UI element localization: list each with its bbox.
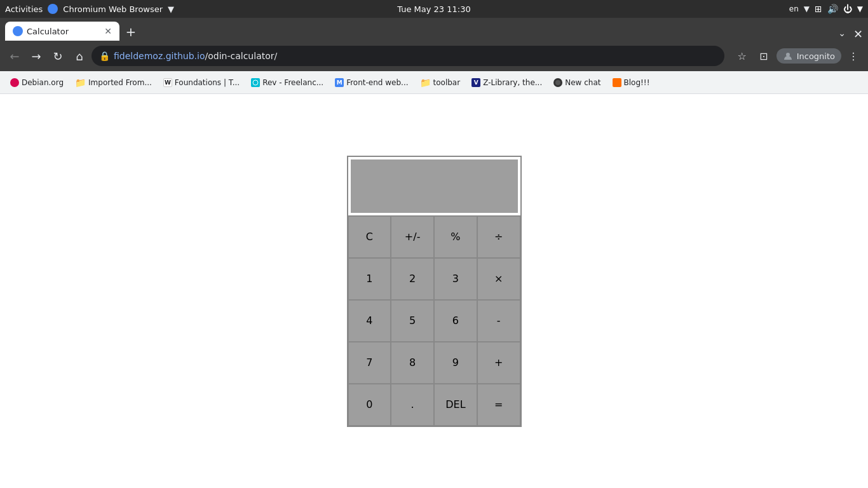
chromium-icon (48, 4, 58, 14)
window-close-button[interactable]: ✕ (853, 27, 863, 41)
calc-btn-four[interactable]: 4 (348, 300, 391, 342)
calc-btn-multiply[interactable]: × (477, 258, 520, 300)
bookmark-rev[interactable]: Rev - Freelanc... (246, 76, 329, 90)
rev-favicon (251, 78, 260, 87)
reload-button[interactable]: ↻ (48, 46, 67, 65)
address-actions: ☆ ⊡ (732, 46, 774, 66)
home-button[interactable]: ⌂ (70, 46, 89, 65)
active-tab[interactable]: Calculator ✕ (5, 22, 119, 41)
bookmark-frontend[interactable]: M Front-end web... (330, 76, 413, 90)
calc-btn-six[interactable]: 6 (434, 300, 477, 342)
activities-label[interactable]: Activities (5, 4, 43, 14)
calc-btn-three[interactable]: 3 (434, 258, 477, 300)
calc-btn-delete[interactable]: DEL (434, 384, 477, 426)
bookmark-zlibrary-label: Z-Library, the... (483, 78, 542, 87)
bookmark-imported[interactable]: 📁 Imported From... (70, 75, 157, 90)
browser-menu-button[interactable]: ⋮ (844, 46, 863, 65)
bookmark-newchat[interactable]: New chat (548, 76, 606, 90)
bookmarks-bar: Debian.org 📁 Imported From... W Foundati… (0, 71, 868, 94)
zlibrary-favicon: V (471, 78, 480, 87)
debian-favicon (10, 78, 19, 87)
system-bar-center: Tue May 23 11:30 (397, 4, 470, 14)
calc-btn-percent[interactable]: % (434, 216, 477, 258)
bookmark-toolbar[interactable]: 📁 toolbar (415, 75, 466, 90)
system-dropdown-icon[interactable]: ▼ (857, 4, 863, 13)
back-button[interactable]: ← (5, 46, 24, 65)
calc-btn-five[interactable]: 5 (391, 300, 434, 342)
address-text: fideldemoz.github.io/odin-calculator/ (114, 51, 277, 61)
calculator: C+/-%÷123×456-789+0.DEL= (347, 156, 522, 427)
datetime-label: Tue May 23 11:30 (397, 4, 470, 14)
sound-icon[interactable]: 🔊 (827, 4, 838, 14)
bookmark-blog[interactable]: Blog!!! (607, 76, 655, 90)
bookmark-foundations[interactable]: W Foundations | T... (158, 76, 245, 90)
bookmark-newchat-label: New chat (565, 78, 600, 87)
system-bar-left: Activities Chromium Web Browser ▼ (5, 4, 174, 14)
calc-btn-equals[interactable]: = (477, 384, 520, 426)
network-icon[interactable]: ⊞ (815, 4, 822, 14)
browser-dropdown-icon[interactable]: ▼ (168, 4, 174, 14)
tab-strip-expand[interactable]: ⌄ (833, 25, 851, 41)
tab-close-button[interactable]: ✕ (104, 27, 112, 36)
bookmark-rev-label: Rev - Freelanc... (262, 78, 323, 87)
calc-btn-subtract[interactable]: - (477, 300, 520, 342)
calculator-display (351, 159, 518, 213)
browser-name-label[interactable]: Chromium Web Browser (63, 4, 163, 14)
calc-btn-zero[interactable]: 0 (348, 384, 391, 426)
newchat-favicon (553, 78, 562, 87)
lock-icon: 🔒 (99, 51, 110, 61)
calc-btn-seven[interactable]: 7 (348, 342, 391, 384)
address-field[interactable]: 🔒 fideldemoz.github.io/odin-calculator/ (92, 46, 724, 66)
svg-point-2 (253, 80, 258, 85)
reader-mode-button[interactable]: ⊡ (754, 46, 774, 66)
tab-favicon (13, 26, 23, 36)
foundations-favicon: W (163, 78, 172, 87)
bookmark-blog-label: Blog!!! (624, 78, 650, 87)
tab-title: Calculator (27, 27, 69, 36)
calc-btn-eight[interactable]: 8 (391, 342, 434, 384)
page-content: C+/-%÷123×456-789+0.DEL= (0, 94, 868, 488)
power-icon[interactable]: ⏻ (843, 4, 852, 14)
incognito-icon (783, 51, 793, 61)
tab-bar: Calculator ✕ + ⌄ ✕ (0, 18, 868, 41)
bookmark-zlibrary[interactable]: V Z-Library, the... (466, 76, 547, 90)
bookmark-debian-label: Debian.org (22, 78, 64, 87)
browser-chrome: Calculator ✕ + ⌄ ✕ ← → ↻ ⌂ 🔒 fideldemoz.… (0, 18, 868, 94)
svg-rect-0 (15, 28, 21, 34)
new-tab-button[interactable]: + (122, 23, 140, 41)
bookmark-frontend-label: Front-end web... (346, 78, 408, 87)
calc-btn-negate[interactable]: +/- (391, 216, 434, 258)
system-bar: Activities Chromium Web Browser ▼ Tue Ma… (0, 0, 868, 18)
folder-icon: 📁 (75, 78, 86, 88)
calc-btn-add[interactable]: + (477, 342, 520, 384)
svg-point-3 (555, 80, 560, 85)
blog-favicon (613, 78, 621, 87)
incognito-label: Incognito (797, 51, 835, 61)
bookmark-imported-label: Imported From... (88, 78, 152, 87)
calc-btn-one[interactable]: 1 (348, 258, 391, 300)
bookmark-debian[interactable]: Debian.org (5, 76, 69, 90)
address-bar: ← → ↻ ⌂ 🔒 fideldemoz.github.io/odin-calc… (0, 41, 868, 71)
calc-btn-two[interactable]: 2 (391, 258, 434, 300)
calculator-buttons: C+/-%÷123×456-789+0.DEL= (348, 215, 520, 426)
incognito-button[interactable]: Incognito (776, 48, 841, 64)
toolbar-folder-icon: 📁 (420, 78, 431, 88)
forward-button[interactable]: → (27, 46, 46, 65)
calc-btn-clear[interactable]: C (348, 216, 391, 258)
language-dropdown-icon[interactable]: ▼ (804, 4, 810, 13)
calc-btn-divide[interactable]: ÷ (477, 216, 520, 258)
language-label: en (789, 4, 799, 13)
bookmark-toolbar-label: toolbar (433, 78, 461, 87)
calc-btn-nine[interactable]: 9 (434, 342, 477, 384)
calc-btn-decimal[interactable]: . (391, 384, 434, 426)
frontend-favicon: M (335, 78, 344, 87)
system-bar-right: en ▼ ⊞ 🔊 ⏻ ▼ (789, 4, 863, 14)
bookmark-star-button[interactable]: ☆ (732, 46, 752, 66)
bookmark-foundations-label: Foundations | T... (175, 78, 240, 87)
